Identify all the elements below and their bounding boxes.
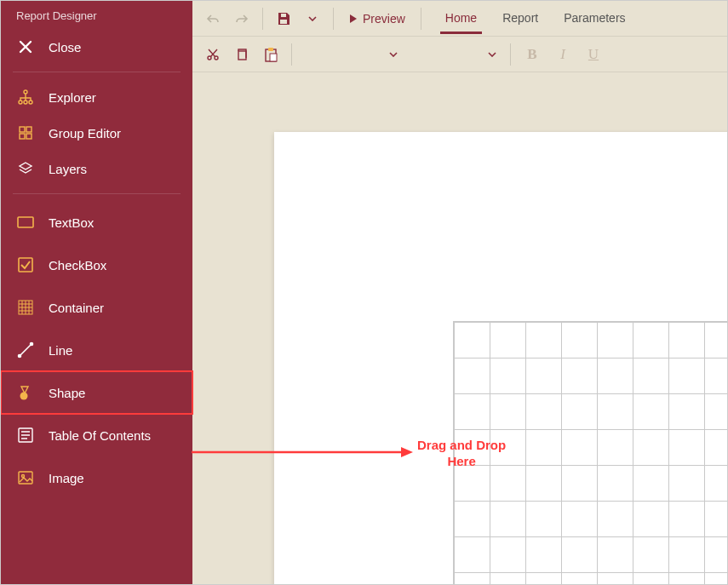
preview-button[interactable]: Preview [342, 9, 412, 29]
paste-button[interactable] [259, 43, 283, 66]
sidebar-item-container[interactable]: Container [1, 286, 192, 329]
svg-rect-5 [26, 127, 32, 132]
svg-point-0 [24, 90, 27, 94]
svg-point-12 [31, 343, 33, 346]
close-label: Close [49, 40, 81, 54]
sidebar-item-group-editor[interactable]: Group Editor [1, 115, 192, 151]
divider [291, 43, 292, 66]
sidebar-item-label: Image [49, 471, 84, 485]
tab-home[interactable]: Home [440, 3, 482, 34]
divider [421, 8, 421, 30]
svg-rect-23 [268, 48, 273, 51]
layers-icon [16, 159, 35, 178]
sidebar-title: Report Designer [1, 1, 192, 29]
svg-rect-24 [270, 54, 277, 61]
divider [13, 193, 181, 194]
copy-button[interactable] [230, 43, 254, 66]
chevron-down-icon [488, 52, 496, 57]
divider [262, 8, 263, 30]
group-editor-icon [16, 123, 35, 142]
divider [510, 43, 511, 66]
sidebar: Report Designer Close Explorer Group Edi… [1, 1, 192, 584]
textbox-icon [16, 213, 35, 232]
sidebar-item-table-of-contents[interactable]: Table Of Contents [1, 414, 192, 456]
chevron-down-icon [389, 52, 398, 57]
divider [333, 8, 334, 30]
image-icon [16, 468, 35, 487]
close-icon [16, 37, 35, 56]
italic-button[interactable]: I [550, 43, 576, 66]
table-element[interactable] [453, 321, 727, 584]
svg-point-2 [24, 100, 27, 104]
sidebar-item-label: CheckBox [49, 258, 106, 272]
svg-rect-15 [19, 472, 32, 484]
svg-point-1 [19, 100, 22, 104]
main-area: Preview Home Report Parameters B I U [192, 1, 727, 584]
svg-rect-7 [26, 134, 32, 139]
container-icon [16, 298, 35, 317]
sidebar-item-label: Group Editor [49, 126, 121, 141]
top-toolbar: Preview Home Report Parameters [192, 1, 727, 37]
svg-point-16 [22, 475, 25, 478]
svg-point-20 [215, 56, 218, 60]
svg-point-3 [29, 100, 32, 104]
svg-rect-4 [20, 127, 25, 132]
sidebar-item-label: Container [49, 301, 104, 315]
tab-parameters[interactable]: Parameters [559, 3, 630, 34]
shape-icon [16, 383, 35, 402]
divider [13, 72, 181, 72]
svg-rect-18 [281, 14, 286, 17]
format-toolbar: B I U [192, 37, 727, 72]
bold-button[interactable]: B [519, 43, 545, 66]
report-page[interactable] [274, 132, 727, 584]
svg-point-13 [20, 393, 28, 400]
sidebar-item-layers[interactable]: Layers [1, 151, 192, 186]
sidebar-item-label: Explorer [49, 90, 96, 105]
play-icon [349, 14, 358, 24]
tab-bar: Home Report Parameters [440, 3, 631, 34]
sidebar-item-shape[interactable]: Shape [1, 371, 192, 414]
sidebar-item-label: Table Of Contents [49, 428, 151, 443]
sidebar-item-line[interactable]: Line [1, 329, 192, 371]
svg-rect-8 [18, 217, 33, 227]
sidebar-item-label: Line [49, 343, 72, 358]
close-button[interactable]: Close [1, 29, 192, 65]
save-dropdown-button[interactable] [301, 7, 324, 31]
cut-button[interactable] [201, 43, 225, 66]
hierarchy-icon [16, 88, 35, 106]
toc-icon [16, 426, 35, 444]
sidebar-item-checkbox[interactable]: CheckBox [1, 244, 192, 286]
line-icon [16, 341, 35, 359]
font-size-select[interactable] [408, 43, 502, 66]
redo-button[interactable] [230, 7, 254, 31]
sidebar-item-image[interactable]: Image [1, 456, 192, 499]
svg-point-11 [19, 355, 21, 358]
save-button[interactable] [272, 7, 295, 31]
preview-label: Preview [363, 12, 405, 26]
sidebar-item-label: Layers [49, 162, 87, 176]
svg-rect-21 [238, 51, 246, 60]
tab-report[interactable]: Report [497, 3, 543, 34]
svg-rect-9 [19, 258, 32, 272]
sidebar-item-explorer[interactable]: Explorer [1, 79, 192, 115]
underline-button[interactable]: U [581, 43, 606, 66]
sidebar-item-label: Shape [49, 386, 85, 400]
svg-rect-6 [20, 134, 25, 139]
svg-point-19 [208, 56, 211, 60]
sidebar-item-label: TextBox [49, 215, 94, 230]
font-family-select[interactable] [301, 43, 403, 66]
sidebar-item-textbox[interactable]: TextBox [1, 201, 192, 244]
checkbox-icon [16, 255, 35, 274]
design-canvas[interactable] [192, 72, 727, 584]
svg-rect-17 [280, 20, 287, 24]
undo-button[interactable] [201, 7, 225, 31]
